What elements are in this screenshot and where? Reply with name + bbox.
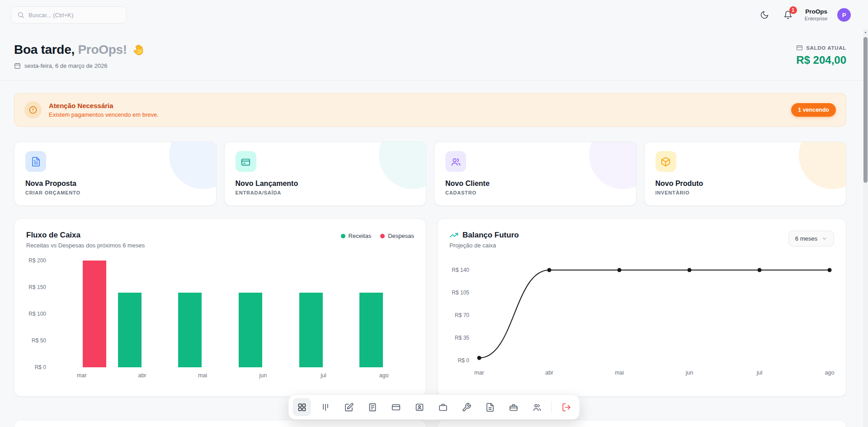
dock-dashboard-button[interactable]: [293, 398, 311, 416]
file-invoice-icon: [485, 403, 495, 412]
data-point-jun: [688, 268, 692, 272]
briefcase-icon: [438, 403, 448, 412]
bar-despesas-mar: [83, 261, 106, 367]
quick-action-novo-lancamento[interactable]: Novo Lançamento ENTRADA/SAÍDA: [224, 142, 427, 206]
y-axis-label: R$ 70: [455, 312, 469, 318]
legend-dot-receitas: [341, 234, 345, 238]
bar-receitas-abr: [118, 293, 142, 367]
balance-plot: [475, 267, 834, 365]
y-axis-label: R$ 150: [28, 284, 46, 290]
team-users-icon: [532, 403, 542, 412]
avatar[interactable]: P: [837, 8, 851, 22]
balance-line-svg: [475, 267, 834, 365]
dock-clients-button[interactable]: [410, 398, 429, 416]
package-icon: [656, 151, 676, 172]
search-box[interactable]: [11, 6, 127, 24]
dock-payments-button[interactable]: [387, 398, 405, 416]
kanban-columns-icon: [321, 403, 330, 412]
date-row: sexta-feira, 6 de março de 2026: [14, 62, 145, 69]
y-axis-label: R$ 35: [455, 335, 469, 341]
search-input[interactable]: [28, 12, 120, 19]
logout-button[interactable]: [557, 398, 576, 416]
bar-group-abr: [112, 261, 173, 367]
dock-products-button[interactable]: [434, 398, 452, 416]
due-payments-badge[interactable]: 1 vencendo: [791, 103, 836, 117]
bar-receitas-jun: [239, 293, 262, 367]
balance-value: R$ 204,00: [796, 54, 846, 66]
balance-block: SALDO ATUAL R$ 204,00: [796, 43, 846, 66]
topbar: 1 ProOps Enterprise P: [0, 0, 868, 30]
dashboard-grid-icon: [297, 403, 307, 412]
data-point-jul: [758, 268, 762, 272]
quick-action-subtitle: CADASTRO: [445, 190, 625, 195]
vertical-scrollbar[interactable]: ▲: [863, 29, 868, 427]
balance-projection-line: [479, 270, 830, 358]
quick-action-novo-produto[interactable]: Novo Produto INVENTÁRIO: [644, 142, 847, 206]
x-axis-label: jun: [686, 370, 693, 376]
x-axis-label: ago: [825, 370, 835, 376]
attention-alert: Atenção Necessária Existem pagamentos ve…: [14, 93, 846, 127]
dock-divider: [552, 401, 552, 413]
contact-card-icon: [415, 403, 424, 412]
page-header: Boa tarde, ProOps! sexta-feira, 6 de mar…: [0, 30, 868, 81]
quick-actions-row: Nova Proposta CRIAR ORÇAMENTO Novo Lança…: [14, 142, 846, 206]
scrollbar-thumb[interactable]: [863, 37, 868, 183]
quick-action-nova-proposta[interactable]: Nova Proposta CRIAR ORÇAMENTO: [14, 142, 217, 206]
bar-group-mar: [52, 261, 112, 367]
x-axis-label: ago: [379, 372, 389, 379]
wallet-icon: [236, 151, 256, 172]
dock-team-button[interactable]: [528, 398, 546, 416]
notifications-button[interactable]: 1: [781, 8, 795, 22]
chart-subtitle: Receitas vs Despesas dos próximos 6 mese…: [26, 242, 145, 249]
brand-tier: Enterprise: [805, 16, 827, 22]
dock-inventory-button[interactable]: [505, 398, 523, 416]
dock-kanban-button[interactable]: [316, 398, 335, 416]
edit-proposal-icon: [344, 403, 354, 412]
quick-action-title: Novo Produto: [656, 180, 835, 188]
navigation-dock: [288, 394, 580, 420]
dock-services-button[interactable]: [458, 398, 476, 416]
dashboard-page: 1 ProOps Enterprise P Boa tarde, ProOps!: [0, 0, 868, 427]
partial-card-left: [14, 420, 426, 427]
logout-icon: [561, 403, 571, 412]
quick-action-title: Novo Cliente: [445, 180, 625, 188]
bar-receitas-mai: [178, 293, 202, 367]
charts-row: Fluxo de Caixa Receitas vs Despesas dos …: [14, 218, 868, 397]
y-axis-label: R$ 100: [28, 311, 46, 317]
y-axis-label: R$ 0: [458, 357, 469, 364]
x-axis-label: jul: [321, 372, 326, 379]
brand-name: ProOps: [805, 8, 827, 16]
document-text-icon: [368, 403, 377, 412]
page-title: Boa tarde, ProOps!: [14, 43, 127, 57]
x-axis-label: mai: [198, 372, 207, 379]
x-axis-label: jun: [259, 372, 267, 379]
chart-subtitle: Projeção de caixa: [449, 242, 519, 249]
dark-mode-toggle[interactable]: [758, 8, 771, 22]
wave-hand-icon: [131, 43, 146, 57]
period-select[interactable]: 6 meses: [788, 231, 834, 247]
y-axis-label: R$ 105: [452, 289, 469, 296]
wrench-icon: [462, 403, 471, 412]
dock-proposals-button[interactable]: [340, 398, 358, 416]
data-point-abr: [547, 268, 552, 272]
cashflow-x-axis: marabrmaijunjulago: [52, 367, 414, 381]
chevron-down-icon: [821, 236, 827, 242]
card-payment-icon: [391, 403, 401, 412]
y-axis-label: R$ 0: [35, 364, 46, 370]
quick-action-title: Novo Lançamento: [236, 180, 415, 188]
alert-title: Atenção Necessária: [49, 102, 159, 109]
x-axis-label: abr: [545, 370, 553, 376]
bar-receitas-ago: [359, 293, 383, 367]
scroll-up-arrow[interactable]: ▲: [863, 29, 868, 35]
balance-y-axis: R$ 140R$ 105R$ 70R$ 35R$ 0: [449, 267, 475, 365]
dock-documents-button[interactable]: [363, 398, 382, 416]
y-axis-label: R$ 200: [28, 257, 46, 264]
y-axis-label: R$ 140: [452, 267, 469, 273]
trending-up-icon: [449, 231, 458, 240]
data-point-ago: [828, 268, 832, 272]
quick-action-novo-cliente[interactable]: Novo Cliente CADASTRO: [434, 142, 637, 206]
cashflow-plot: [52, 261, 414, 367]
dock-invoices-button[interactable]: [481, 398, 499, 416]
data-point-mai: [618, 268, 622, 272]
alert-message: Existem pagamentos vencendo em breve.: [49, 111, 159, 118]
